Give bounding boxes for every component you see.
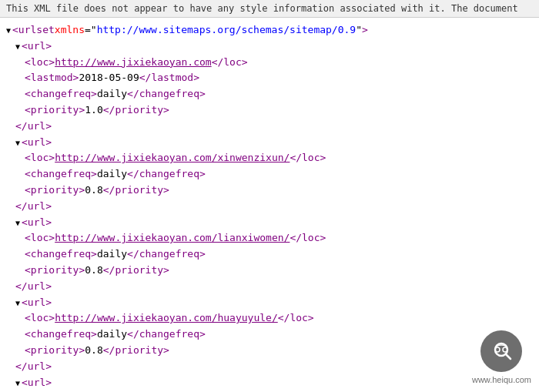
watermark-icon — [489, 339, 514, 364]
url2-loc: <loc>http://www.jixiekaoyan.com/xinwenzi… — [6, 150, 533, 166]
url1-close: </url> — [6, 119, 533, 135]
url4-changefreq: <changefreq>daily</changefreq> — [6, 327, 533, 343]
url4-priority: <priority>0.8</priority> — [6, 343, 533, 359]
url4-open: ▼ <url> — [6, 295, 533, 311]
url1-changefreq: <changefreq>daily</changefreq> — [6, 86, 533, 102]
url4-close: </url> — [6, 359, 533, 375]
url3-changefreq: <changefreq>daily</changefreq> — [6, 246, 533, 263]
root-open: ▼ <urlset xmlns="http://www.sitemaps.org… — [6, 22, 533, 39]
url3-close: </url> — [6, 279, 533, 295]
url2-close: </url> — [6, 199, 533, 215]
url4-loc: <loc>http://www.jixiekaoyan.com/huayuyul… — [6, 310, 533, 327]
url5-arrow[interactable]: ▼ — [15, 377, 20, 390]
url1-arrow[interactable]: ▼ — [15, 41, 20, 53]
watermark: www.heiqu.com — [472, 330, 531, 384]
url1-loc: <loc>http://www.jixiekaoyan.com</loc> — [6, 55, 533, 71]
url1-priority: <priority>1.0</priority> — [6, 102, 533, 119]
url1-open: ▼ <url> — [6, 39, 533, 55]
url3-loc: <loc>http://www.jixiekaoyan.com/lianxiwo… — [6, 230, 533, 246]
url4-arrow[interactable]: ▼ — [15, 297, 20, 310]
url3-arrow[interactable]: ▼ — [15, 217, 20, 230]
info-bar: This XML file does not appear to have an… — [0, 0, 539, 18]
url2-open: ▼ <url> — [6, 135, 533, 151]
watermark-url: www.heiqu.com — [472, 375, 531, 384]
info-message: This XML file does not appear to have an… — [6, 3, 518, 14]
url2-arrow[interactable]: ▼ — [15, 137, 20, 149]
url3-open: ▼ <url> — [6, 215, 533, 231]
collapse-arrow[interactable]: ▼ — [6, 25, 11, 37]
url1-lastmod: <lastmod>2018-05-09</lastmod> — [6, 70, 533, 86]
url5-open: ▼ <url> — [6, 375, 533, 391]
watermark-logo — [480, 330, 522, 372]
url2-changefreq: <changefreq>daily</changefreq> — [6, 166, 533, 183]
url3-priority: <priority>0.8</priority> — [6, 263, 533, 279]
xml-viewer: ▼ <urlset xmlns="http://www.sitemaps.org… — [0, 18, 539, 392]
svg-line-1 — [506, 354, 511, 359]
url2-priority: <priority>0.8</priority> — [6, 183, 533, 199]
